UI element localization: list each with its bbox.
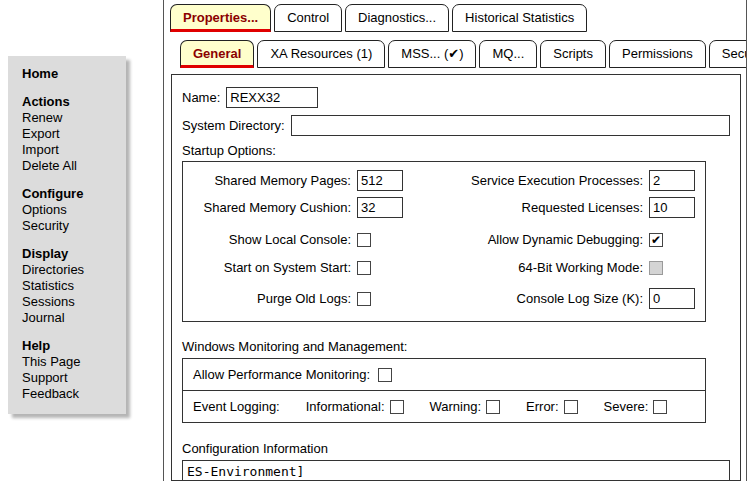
sidebar-item-import[interactable]: Import [22,142,120,158]
sidebar-item-options[interactable]: Options [22,202,120,218]
startup-input-grid: Shared Memory Pages: Service Execution P… [189,170,699,218]
tab-xa-resources[interactable]: XA Resources (1) [257,40,385,68]
severe-checkbox[interactable] [653,400,667,414]
startup-options-label: Startup Options: [182,143,730,158]
64-bit-working-mode-label: 64-Bit Working Mode: [415,260,643,275]
show-local-console-label: Show Local Console: [189,232,351,247]
tab-scripts[interactable]: Scripts [540,40,606,68]
name-input[interactable] [226,87,318,108]
sidebar-item-export[interactable]: Export [22,126,120,142]
sidebar-group-actions: Actions Renew Export Import Delete All [22,94,120,174]
sidebar-item-this-page[interactable]: This Page [22,354,120,370]
allow-performance-monitoring-checkbox[interactable] [378,368,392,382]
event-level-error: Error: [526,399,578,414]
system-directory-row: System Directory: [182,115,730,136]
purge-old-logs-checkbox[interactable] [357,292,371,306]
event-level-warning: Warning: [430,399,501,414]
informational-checkbox[interactable] [390,400,404,414]
tab-historical-statistics[interactable]: Historical Statistics [452,4,587,32]
event-level-informational: Informational: [306,399,404,414]
sidebar-item-security[interactable]: Security [22,218,120,234]
tab-permissions[interactable]: Permissions [609,40,706,68]
shared-memory-pages-label: Shared Memory Pages: [189,173,351,188]
sidebar-item-journal[interactable]: Journal [22,310,120,326]
informational-label: Informational: [306,399,385,414]
purge-old-logs-label: Purge Old Logs: [189,291,351,306]
show-local-console-checkbox[interactable] [357,233,371,247]
name-label: Name: [182,90,220,105]
start-on-system-start-checkbox[interactable] [357,261,371,275]
name-row: Name: [182,87,730,108]
secondary-tab-bar: General XA Resources (1) MSS... (✔) MQ..… [180,40,746,68]
configuration-information-textarea[interactable]: ES-Environment] MFTRACE_CONFIG=C:\Users\… [182,460,730,481]
requested-licenses-input[interactable] [649,197,695,218]
sidebar-group-home: Home [22,66,120,82]
primary-tab-bar: Properties... Control Diagnostics... His… [170,4,587,32]
main-panel: Properties... Control Diagnostics... His… [164,0,746,481]
start-on-system-start-label: Start on System Start: [189,260,351,275]
sidebar-heading-display: Display [22,246,120,262]
monitoring-group: Allow Performance Monitoring: Event Logg… [182,358,706,423]
64-bit-working-mode-checkbox [649,261,663,275]
sidebar-item-home[interactable]: Home [22,66,120,82]
error-label: Error: [526,399,559,414]
allow-dynamic-debugging-label: Allow Dynamic Debugging: [415,232,643,247]
tab-diagnostics[interactable]: Diagnostics... [345,4,449,32]
sidebar-item-renew[interactable]: Renew [22,110,120,126]
windows-monitoring-label: Windows Monitoring and Management: [182,339,730,354]
shared-memory-pages-input[interactable] [357,170,403,191]
admin-page: Home Actions Renew Export Import Delete … [0,0,753,481]
sidebar-group-display: Display Directories Statistics Sessions … [22,246,120,326]
warning-checkbox[interactable] [486,400,500,414]
config-line-1: ES-Environment] [187,463,725,480]
service-execution-processes-input[interactable] [649,170,695,191]
warning-label: Warning: [430,399,482,414]
event-level-severe: Severe: [604,399,668,414]
tab-properties[interactable]: Properties... [170,4,271,32]
shared-memory-cushion-input[interactable] [357,197,403,218]
sidebar-item-support[interactable]: Support [22,370,120,386]
frame-divider-right [746,0,747,481]
configuration-information-label: Configuration Information [182,441,730,456]
severe-label: Severe: [604,399,649,414]
console-log-size-label: Console Log Size (K): [415,291,643,306]
sidebar-item-directories[interactable]: Directories [22,262,120,278]
tab-control[interactable]: Control [274,4,342,32]
sidebar-item-sessions[interactable]: Sessions [22,294,120,310]
allow-performance-monitoring-label: Allow Performance Monitoring: [193,367,370,382]
service-execution-processes-label: Service Execution Processes: [415,173,643,188]
event-logging-label: Event Logging: [193,399,280,414]
sidebar-item-delete-all[interactable]: Delete All [22,158,120,174]
console-log-size-input[interactable] [649,288,695,309]
tab-general[interactable]: General [180,40,254,68]
sidebar-group-configure: Configure Options Security [22,186,120,234]
startup-checkbox-grid: Show Local Console: Allow Dynamic Debugg… [189,232,699,309]
sidebar-heading-help: Help [22,338,120,354]
performance-monitoring-row: Allow Performance Monitoring: [183,359,705,390]
properties-general-panel: Name: System Directory: Startup Options:… [171,74,741,481]
system-directory-input[interactable] [291,115,730,136]
tab-mss[interactable]: MSS... (✔) [388,40,476,68]
sidebar-item-feedback[interactable]: Feedback [22,386,120,402]
sidebar: Home Actions Renew Export Import Delete … [8,56,126,414]
event-logging-row: Event Logging: Informational: Warning: E… [183,390,705,422]
tab-security[interactable]: Security [709,40,746,68]
system-directory-label: System Directory: [182,118,285,133]
requested-licenses-label: Requested Licenses: [415,200,643,215]
sidebar-heading-configure: Configure [22,186,120,202]
error-checkbox[interactable] [564,400,578,414]
sidebar-heading-actions: Actions [22,94,120,110]
startup-options-group: Shared Memory Pages: Service Execution P… [182,161,706,322]
tab-mq[interactable]: MQ... [479,40,537,68]
sidebar-group-help: Help This Page Support Feedback [22,338,120,402]
shared-memory-cushion-label: Shared Memory Cushion: [189,200,351,215]
sidebar-item-statistics[interactable]: Statistics [22,278,120,294]
allow-dynamic-debugging-checkbox[interactable]: ✔ [649,233,663,247]
